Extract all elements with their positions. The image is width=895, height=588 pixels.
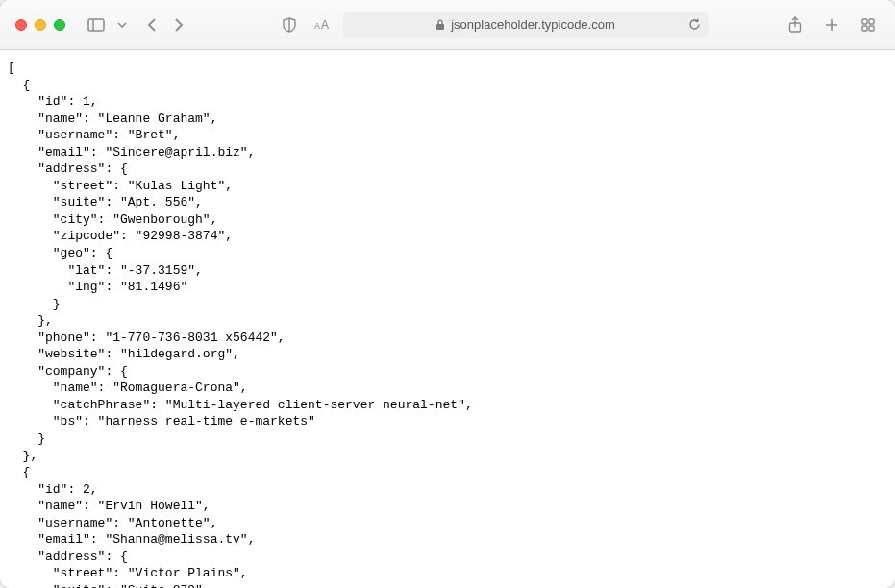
right-toolbar — [783, 13, 880, 37]
svg-rect-12 — [862, 26, 867, 31]
svg-text:A: A — [314, 21, 320, 31]
reader-format-button[interactable]: A A — [311, 13, 334, 37]
reload-icon — [688, 18, 701, 31]
share-icon — [788, 16, 802, 34]
forward-button[interactable] — [167, 13, 190, 37]
tab-dropdown-button[interactable] — [115, 13, 129, 37]
sidebar-icon — [87, 18, 105, 32]
browser-window: A A jsonplaceholder.typicode.com — [0, 0, 895, 588]
sidebar-toggle-button[interactable] — [85, 13, 108, 37]
url-text: jsonplaceholder.typicode.com — [451, 17, 615, 32]
titlebar: A A jsonplaceholder.typicode.com — [0, 0, 895, 50]
tab-overview-button[interactable] — [857, 13, 880, 37]
chevron-down-icon — [117, 22, 127, 28]
grid-icon — [861, 18, 875, 32]
privacy-report-button[interactable] — [278, 13, 301, 37]
plus-icon — [825, 18, 838, 32]
window-minimize-button[interactable] — [35, 19, 46, 31]
svg-rect-11 — [869, 19, 874, 24]
address-bar[interactable]: jsonplaceholder.typicode.com — [343, 12, 709, 38]
new-tab-button[interactable] — [820, 13, 843, 37]
shield-icon — [283, 17, 296, 33]
traffic-lights — [15, 19, 65, 31]
lock-icon — [435, 19, 445, 31]
svg-text:A: A — [321, 19, 329, 31]
nav-arrows — [140, 13, 190, 37]
svg-rect-10 — [862, 19, 867, 24]
back-button[interactable] — [140, 13, 163, 37]
reload-button[interactable] — [688, 18, 701, 31]
chevron-left-icon — [147, 17, 157, 33]
json-response-body[interactable]: [ { "id": 1, "name": "Leanne Graham", "u… — [0, 50, 895, 588]
window-close-button[interactable] — [15, 19, 27, 31]
svg-rect-13 — [869, 26, 874, 31]
svg-rect-5 — [436, 24, 444, 30]
text-format-icon: A A — [314, 19, 330, 31]
chevron-right-icon — [174, 17, 184, 33]
window-maximize-button[interactable] — [54, 19, 65, 31]
address-group: A A jsonplaceholder.typicode.com — [278, 12, 709, 38]
share-button[interactable] — [783, 13, 807, 37]
svg-rect-0 — [88, 19, 104, 31]
